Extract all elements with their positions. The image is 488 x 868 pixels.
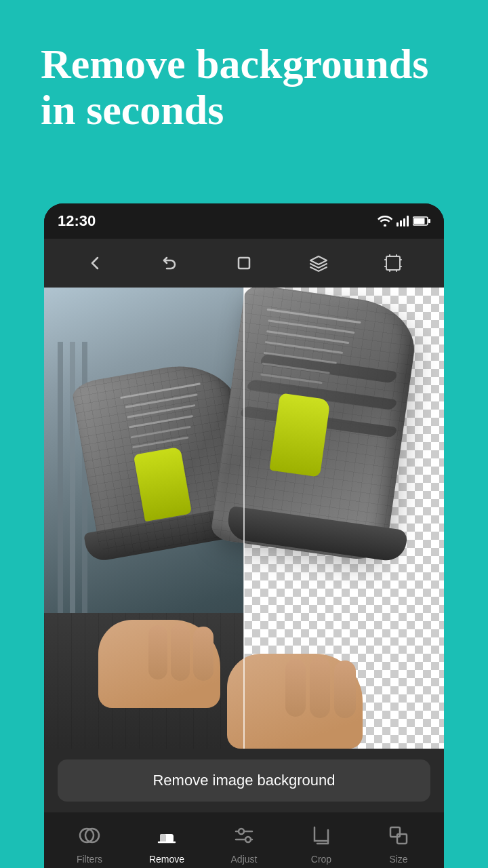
back-button[interactable] (78, 246, 112, 280)
crop-icon (307, 821, 336, 850)
remove-label: Remove (149, 854, 184, 865)
svg-rect-12 (160, 834, 166, 842)
svg-rect-8 (386, 256, 400, 270)
nav-item-adjust[interactable]: Adjust (205, 821, 283, 865)
remove-background-button[interactable]: Remove image background (58, 760, 430, 802)
image-canvas (44, 288, 444, 749)
svg-rect-7 (239, 258, 249, 269)
shoe-removed-bg (220, 288, 444, 749)
toolbar (44, 239, 444, 288)
svg-rect-5 (414, 218, 425, 224)
layers-button[interactable] (302, 246, 336, 280)
svg-point-14 (239, 829, 244, 834)
phone-mockup: 12:30 (44, 203, 444, 868)
svg-point-16 (245, 837, 251, 842)
status-time: 12:30 (58, 212, 96, 230)
before-after-divider (243, 288, 245, 749)
svg-rect-6 (428, 219, 430, 223)
svg-rect-3 (407, 216, 409, 226)
filters-label: Filters (77, 854, 102, 865)
bottom-nav: Filters Remove (44, 812, 444, 868)
filters-icon (75, 821, 104, 850)
svg-rect-1 (400, 220, 402, 226)
remove-btn-container: Remove image background (44, 749, 444, 812)
svg-rect-2 (403, 218, 405, 226)
signal-icon (396, 216, 409, 226)
size-label: Size (389, 854, 407, 865)
nav-item-crop[interactable]: Crop (283, 821, 360, 865)
remove-icon (152, 821, 181, 850)
wifi-icon (378, 216, 392, 226)
svg-rect-19 (397, 834, 407, 844)
header-title: Remove backgrounds in seconds (41, 41, 447, 133)
undo-button[interactable] (152, 246, 186, 280)
nav-item-filters[interactable]: Filters (51, 821, 128, 865)
svg-rect-0 (396, 222, 399, 226)
adjust-icon (230, 821, 258, 850)
svg-rect-17 (317, 830, 328, 841)
battery-icon (413, 216, 430, 226)
status-bar: 12:30 (44, 203, 444, 239)
adjust-label: Adjust (231, 854, 258, 865)
status-icons (378, 216, 430, 226)
nav-item-size[interactable]: Size (360, 821, 437, 865)
crop-label: Crop (311, 854, 331, 865)
size-icon (384, 821, 413, 850)
canvas-button[interactable] (227, 246, 261, 280)
nav-item-remove[interactable]: Remove (128, 821, 205, 865)
expand-button[interactable] (376, 246, 410, 280)
header-line1: Remove backgrounds (41, 41, 428, 87)
svg-rect-18 (390, 827, 400, 837)
header-line2: in seconds (41, 87, 224, 133)
